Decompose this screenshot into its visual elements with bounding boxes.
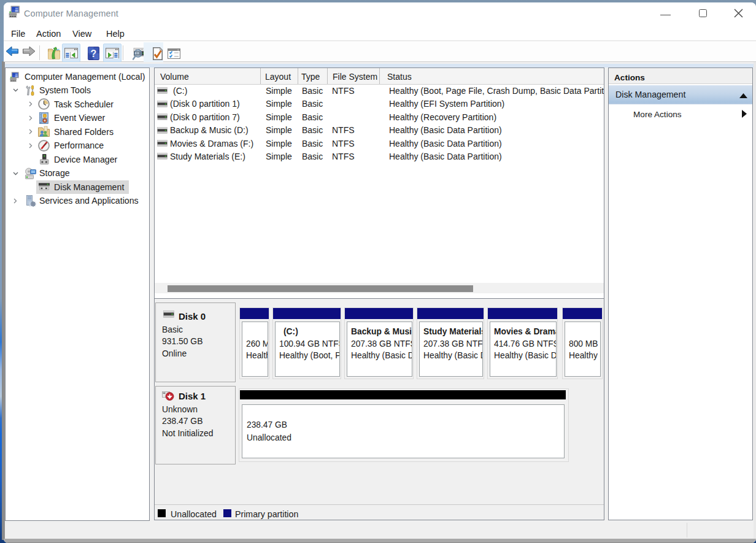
svg-text:?: ? bbox=[91, 48, 97, 59]
